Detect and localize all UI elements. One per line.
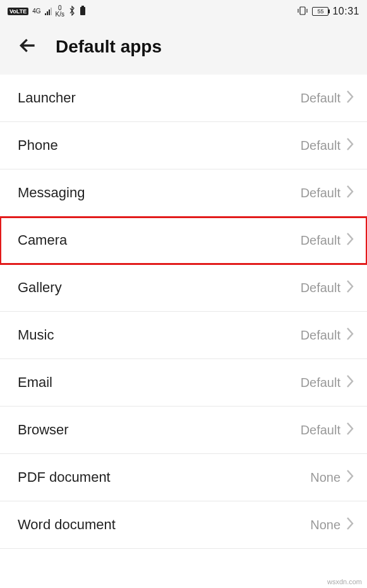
chevron-right-icon: [346, 232, 354, 248]
chevron-right-icon: [346, 327, 354, 343]
back-icon[interactable]: [18, 35, 38, 58]
item-value: None: [310, 470, 340, 485]
list-item-music[interactable]: MusicDefault: [0, 312, 367, 359]
svg-rect-2: [300, 7, 305, 15]
item-right: Default: [301, 185, 354, 201]
list-item-browser[interactable]: BrowserDefault: [0, 407, 367, 454]
item-label: Messaging: [18, 185, 85, 201]
header: Default apps: [0, 23, 367, 75]
network-gen: 4G: [32, 8, 40, 15]
item-label: Email: [18, 374, 52, 391]
status-right: 55 10:31: [297, 6, 359, 18]
chevron-right-icon: [346, 185, 354, 201]
item-value: None: [310, 518, 340, 532]
item-right: Default: [301, 327, 354, 343]
item-value: Default: [301, 186, 340, 200]
chevron-right-icon: [346, 374, 354, 391]
chevron-right-icon: [346, 90, 354, 106]
chevron-right-icon: [346, 422, 354, 438]
chevron-right-icon: [346, 469, 354, 486]
item-label: Launcher: [18, 90, 76, 106]
list-item-pdf-document[interactable]: PDF documentNone: [0, 454, 367, 501]
item-value: Default: [301, 91, 340, 106]
item-right: Default: [301, 279, 354, 296]
item-right: Default: [301, 137, 354, 154]
list-item-phone[interactable]: PhoneDefault: [0, 122, 367, 169]
battery-full-icon: [80, 6, 86, 18]
item-label: Browser: [18, 422, 69, 438]
status-left: VoLTE 4G 0K/s: [8, 5, 86, 18]
svg-rect-1: [81, 6, 84, 7]
item-value: Default: [301, 233, 340, 248]
chevron-right-icon: [346, 279, 354, 296]
item-label: Camera: [18, 232, 67, 248]
item-right: Default: [301, 232, 354, 248]
page-title: Default apps: [56, 37, 162, 57]
watermark: wsxdn.com: [327, 578, 362, 585]
chevron-right-icon: [346, 137, 354, 154]
clock: 10:31: [332, 6, 359, 17]
item-label: Phone: [18, 137, 58, 154]
item-value: Default: [301, 281, 340, 295]
chevron-right-icon: [346, 517, 354, 533]
data-speed: 0K/s: [56, 5, 64, 18]
default-apps-list: LauncherDefaultPhoneDefaultMessagingDefa…: [0, 75, 367, 549]
item-value: Default: [301, 376, 340, 390]
svg-rect-0: [80, 7, 85, 15]
item-right: Default: [301, 90, 354, 106]
item-value: Default: [301, 138, 340, 153]
battery-level-icon: 55: [312, 7, 328, 16]
item-value: Default: [301, 423, 340, 438]
item-label: PDF document: [18, 469, 111, 486]
list-item-messaging[interactable]: MessagingDefault: [0, 169, 367, 217]
item-value: Default: [301, 328, 340, 343]
item-right: Default: [301, 374, 354, 391]
list-item-email[interactable]: EmailDefault: [0, 359, 367, 407]
item-label: Gallery: [18, 279, 62, 296]
list-item-word-document[interactable]: Word documentNone: [0, 501, 367, 549]
item-right: None: [310, 469, 354, 486]
bluetooth-icon: [68, 6, 76, 18]
vibrate-icon: [297, 6, 308, 18]
list-item-camera[interactable]: CameraDefault: [0, 217, 367, 264]
status-bar: VoLTE 4G 0K/s 55 10:31: [0, 0, 367, 23]
signal-icon: [45, 8, 52, 15]
item-right: None: [310, 517, 354, 533]
list-item-gallery[interactable]: GalleryDefault: [0, 264, 367, 312]
item-right: Default: [301, 422, 354, 438]
volte-badge: VoLTE: [8, 8, 28, 15]
item-label: Music: [18, 327, 54, 343]
list-item-launcher[interactable]: LauncherDefault: [0, 75, 367, 122]
item-label: Word document: [18, 517, 116, 533]
